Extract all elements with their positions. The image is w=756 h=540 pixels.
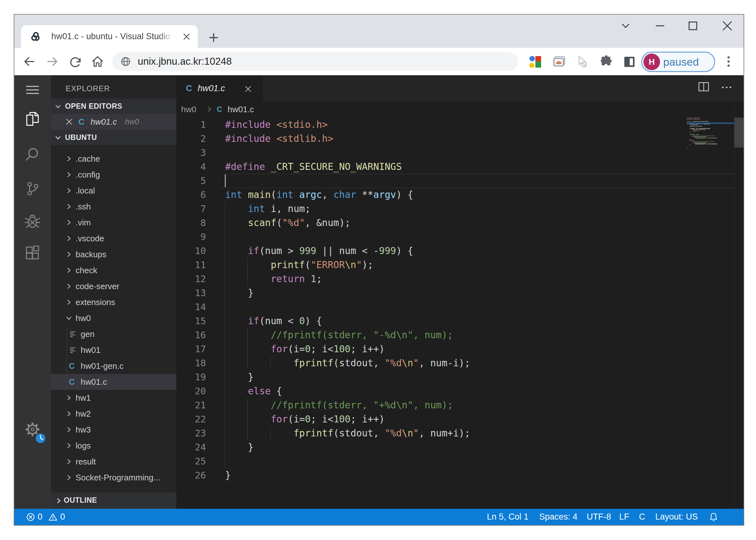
new-tab-button[interactable]	[208, 32, 220, 44]
run-debug-icon[interactable]	[25, 213, 41, 229]
extensions-puzzle-icon[interactable]	[599, 55, 613, 69]
source-control-icon[interactable]	[25, 181, 41, 197]
folder-section-header[interactable]: UBUNTU	[51, 130, 176, 145]
tab-close-icon[interactable]	[181, 31, 192, 43]
code-line-11[interactable]: 11 printf("ERROR\n");	[176, 258, 734, 272]
tree-item--vscode[interactable]: .vscode	[51, 230, 176, 246]
code-line-22[interactable]: 22 for(i=0; i<100; i++)	[176, 412, 734, 426]
tree-item--local[interactable]: .local	[51, 183, 176, 199]
profile-avatar[interactable]: H	[644, 54, 660, 70]
code-line-3[interactable]: 3	[176, 146, 734, 160]
tree-item-hw0[interactable]: hw0	[51, 310, 176, 326]
back-button[interactable]	[22, 55, 36, 68]
browser-tab[interactable]: hw01.c - ubuntu - Visual Studio Code	[21, 25, 198, 48]
google-extension-icon[interactable]	[528, 55, 543, 69]
search-icon[interactable]	[25, 146, 41, 162]
tree-item-hw01[interactable]: hw01	[51, 342, 176, 358]
outline-section-header[interactable]: OUTLINE	[51, 492, 176, 509]
code-line-12[interactable]: 12 return 1;	[176, 272, 734, 286]
minimap-line	[694, 143, 697, 143]
close-editor-icon[interactable]	[66, 118, 73, 125]
code-line-5[interactable]: 5	[176, 174, 734, 188]
line-number: 7	[176, 202, 206, 216]
code-line-24[interactable]: 24 }	[176, 440, 734, 454]
window-close-button[interactable]	[721, 20, 733, 32]
code-editor[interactable]: 1#include <stdio.h>2#include <stdlib.h>3…	[176, 117, 744, 509]
window-maximize-button[interactable]	[687, 20, 699, 32]
code-line-4[interactable]: 4#define _CRT_SECURE_NO_WARNINGS	[176, 160, 734, 174]
tree-item-extensions[interactable]: extensions	[51, 294, 176, 310]
code-line-10[interactable]: 10 if(num > 999 || num < -999) {	[176, 244, 734, 258]
code-line-8[interactable]: 8 scanf("%d", &num);	[176, 216, 734, 230]
browser-menu-kebab-icon[interactable]	[721, 55, 736, 68]
forward-button[interactable]	[45, 55, 59, 68]
editor-tab-hw01c[interactable]: C hw01.c	[176, 75, 263, 102]
code-line-18[interactable]: 18 fprintf(stdout, "%d\n", num-i);	[176, 356, 734, 370]
code-line-19[interactable]: 19 }	[176, 370, 734, 384]
line-number: 15	[176, 314, 206, 328]
code-line-14[interactable]: 14	[176, 300, 734, 314]
close-tab-icon[interactable]	[244, 85, 252, 93]
code-line-13[interactable]: 13 }	[176, 286, 734, 300]
code-line-6[interactable]: 6int main(int argc, char **argv) {	[176, 188, 734, 202]
code-line-9[interactable]: 9	[176, 230, 734, 244]
home-button[interactable]	[90, 55, 104, 68]
tree-item--config[interactable]: .config	[51, 167, 176, 183]
side-panel-extension-icon[interactable]	[622, 55, 637, 69]
more-actions-icon[interactable]	[720, 81, 733, 94]
menu-hamburger-icon[interactable]	[25, 82, 41, 98]
disabled-pointer-extension-icon[interactable]	[575, 55, 589, 69]
code-line-17[interactable]: 17 for(i=0; i<100; i++)	[176, 342, 734, 356]
notifications-bell-icon[interactable]	[709, 512, 718, 522]
tree-item--vim[interactable]: .vim	[51, 214, 176, 230]
code-line-23[interactable]: 23 fprintf(stdout, "%d\n", num+i);	[176, 426, 734, 440]
tree-item-result[interactable]: result	[51, 454, 176, 470]
status-item-c[interactable]: C	[639, 509, 645, 525]
tree-item-gen[interactable]: gen	[51, 326, 176, 342]
code-line-2[interactable]: 2#include <stdlib.h>	[176, 132, 734, 146]
tab-search-chevron-icon[interactable]	[620, 20, 632, 32]
code-line-16[interactable]: 16 //fprintf(stderr, "-%d\n", num);	[176, 328, 734, 342]
open-editor-item[interactable]: C hw01.c hw0	[51, 114, 176, 130]
code-text: //fprintf(stderr, "+%d\n", num);	[225, 398, 453, 412]
extensions-icon[interactable]	[25, 245, 41, 261]
tree-item-hw2[interactable]: hw2	[51, 406, 176, 422]
tree-item--ssh[interactable]: .ssh	[51, 199, 176, 214]
photos-extension-icon[interactable]	[552, 55, 567, 69]
profile-paused-button[interactable]: H paused	[641, 52, 715, 72]
code-line-21[interactable]: 21 //fprintf(stderr, "+%d\n", num);	[176, 398, 734, 412]
status-item-spaces-4[interactable]: Spaces: 4	[539, 509, 577, 525]
scrollbar-slider[interactable]	[734, 118, 744, 148]
status-item-ln-5-col-1[interactable]: Ln 5, Col 1	[487, 509, 529, 525]
status-item-layout-us[interactable]: Layout: US	[655, 509, 698, 525]
code-line-20[interactable]: 20 else {	[176, 384, 734, 398]
address-bar[interactable]: unix.jbnu.ac.kr:10248	[112, 52, 518, 71]
code-line-1[interactable]: 1#include <stdio.h>	[176, 118, 734, 132]
tree-item-hw01-gen-c[interactable]: Chw01-gen.c	[51, 358, 176, 374]
status-item-utf-8[interactable]: UTF-8	[587, 509, 611, 525]
tree-item-logs[interactable]: logs	[51, 438, 176, 454]
tree-item-hw1[interactable]: hw1	[51, 390, 176, 406]
tree-item-check[interactable]: check	[51, 262, 176, 278]
reload-button[interactable]	[69, 55, 83, 68]
tree-item-socket-programming-[interactable]: Socket-Programming...	[51, 470, 176, 485]
tree-item-code-server[interactable]: code-server	[51, 278, 176, 294]
split-editor-icon[interactable]	[697, 80, 710, 93]
code-text: for(i=0; i<100; i++)	[225, 412, 385, 426]
tree-item-hw3[interactable]: hw3	[51, 422, 176, 438]
url-text[interactable]: unix.jbnu.ac.kr:10248	[138, 52, 232, 71]
tree-item-backups[interactable]: backups	[51, 246, 176, 262]
status-item-lf[interactable]: LF	[619, 509, 629, 525]
code-line-15[interactable]: 15 if(num < 0) {	[176, 314, 734, 328]
tree-item-hw01-c[interactable]: Chw01.c	[51, 374, 176, 390]
site-globe-icon[interactable]	[120, 57, 131, 67]
breadcrumb-folder[interactable]: hw0	[181, 102, 197, 117]
code-line-26[interactable]: 26}	[176, 468, 734, 482]
code-line-25[interactable]: 25	[176, 454, 734, 468]
open-editors-header[interactable]: OPEN EDITORS	[51, 98, 176, 114]
window-minimize-button[interactable]	[654, 20, 666, 32]
tree-item--cache[interactable]: .cache	[51, 151, 176, 167]
breadcrumb-file[interactable]: hw01.c	[227, 102, 254, 117]
explorer-files-icon[interactable]	[25, 111, 41, 127]
code-line-7[interactable]: 7 int i, num;	[176, 202, 734, 216]
